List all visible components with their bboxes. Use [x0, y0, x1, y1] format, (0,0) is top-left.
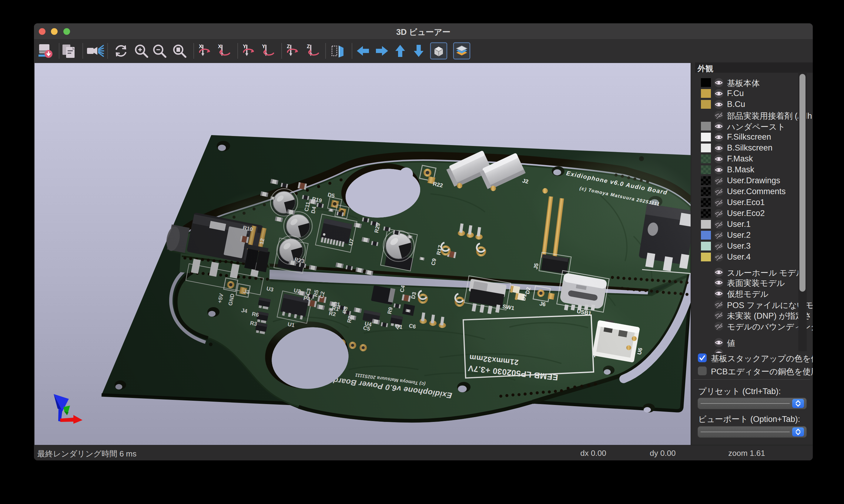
svg-text:X: X [199, 43, 203, 49]
svg-text:X: X [218, 43, 222, 49]
svg-text:Y: Y [262, 43, 265, 49]
svg-text:Z: Z [287, 43, 290, 49]
svg-text:Y: Y [243, 43, 246, 49]
svg-text:Z: Z [307, 43, 310, 49]
